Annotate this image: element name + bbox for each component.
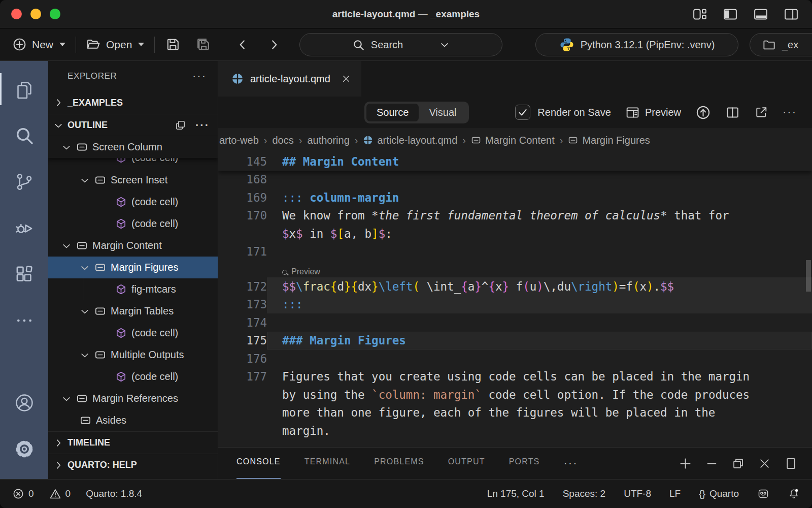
save-button[interactable]: [165, 37, 181, 52]
split-editor-button[interactable]: [725, 105, 740, 120]
code-line-173[interactable]: 173:::: [218, 296, 812, 314]
zoom-window-button[interactable]: [50, 9, 60, 19]
activity-account[interactable]: [0, 379, 48, 426]
outline-more-button[interactable]: ···: [195, 119, 210, 132]
code-line-168[interactable]: 168: [218, 171, 812, 189]
status-cursor-position[interactable]: Ln 175, Col 1: [487, 488, 545, 499]
customize-layout-icon[interactable]: [692, 7, 707, 22]
code-editor[interactable]: 145## Margin Content168169::: column-mar…: [218, 152, 812, 447]
breadcrumb-article-layout-qmd[interactable]: article-layout.qmd: [363, 135, 457, 146]
code-line-wrap[interactable]: more than one figure, each of the figure…: [218, 404, 812, 422]
activity-more-views[interactable]: [0, 297, 48, 343]
open-button[interactable]: Open: [86, 37, 144, 52]
status-eol[interactable]: LF: [669, 488, 681, 499]
close-panel-button[interactable]: [758, 457, 771, 470]
panel-tab-terminal[interactable]: TERMINAL: [304, 448, 351, 479]
outline-item--code-cell-[interactable]: (code cell): [48, 322, 218, 344]
code-line-169[interactable]: 169::: column-margin: [218, 188, 812, 207]
toggle-panel-icon[interactable]: [753, 7, 768, 22]
outline-item-margin-figures[interactable]: Margin Figures: [48, 257, 218, 278]
editor-more-button[interactable]: ···: [783, 106, 797, 119]
toggle-primary-sidebar-icon[interactable]: [723, 7, 738, 22]
outline-item-margin-references[interactable]: Margin References: [48, 388, 218, 409]
code-line-175[interactable]: 175### Margin Figures: [218, 332, 812, 350]
close-tab-icon[interactable]: [341, 74, 351, 84]
outline-item--code-cell-[interactable]: (code cell): [48, 191, 218, 213]
panel-tab-problems[interactable]: PROBLEMS: [374, 448, 424, 479]
activity-settings[interactable]: [0, 426, 48, 472]
global-search-box[interactable]: Search: [299, 33, 502, 56]
code-line-177[interactable]: 177Figures that you create using code ce…: [218, 368, 812, 386]
toggle-secondary-sidebar-icon[interactable]: [784, 7, 799, 22]
tab-article-layout[interactable]: article-layout.qmd: [218, 61, 361, 97]
outline-item--code-cell-[interactable]: (code cell): [48, 213, 218, 235]
status-quarto-version[interactable]: Quarto: 1.8.4: [86, 488, 142, 499]
code-line-171[interactable]: 171: [218, 243, 812, 261]
status-feedback[interactable]: [757, 488, 769, 500]
panel-tab-console[interactable]: CONSOLE: [236, 448, 281, 479]
source-mode-button[interactable]: Source: [366, 104, 419, 121]
section-timeline[interactable]: TIMELINE: [48, 431, 218, 454]
breadcrumb-margin-figures[interactable]: Margin Figures: [568, 135, 650, 146]
section-outline[interactable]: OUTLINE ···: [48, 114, 218, 136]
code-line-174[interactable]: 174: [218, 313, 812, 332]
codelens-row[interactable]: Preview: [218, 261, 812, 277]
code-line-wrap[interactable]: $x$ in $[a, b]$:: [218, 225, 812, 243]
visual-mode-button[interactable]: Visual: [419, 104, 466, 121]
preview-button[interactable]: Preview: [625, 105, 681, 120]
maximize-panel-button[interactable]: [731, 457, 745, 470]
breadcrumb-arto-web[interactable]: arto-web: [219, 135, 259, 146]
activity-source-control[interactable]: [0, 158, 48, 205]
status-problems-errors[interactable]: 0: [12, 488, 34, 500]
status-encoding[interactable]: UTF-8: [624, 488, 651, 499]
close-window-button[interactable]: [11, 9, 22, 19]
outline-item-margin-tables[interactable]: Margin Tables: [48, 300, 218, 322]
outline-item-multiple-outputs[interactable]: Multiple Outputs: [48, 344, 218, 366]
outline-item-margin-content[interactable]: Margin Content: [48, 235, 218, 257]
minimize-panel-button[interactable]: [705, 457, 719, 470]
workspace-selector[interactable]: _ex: [750, 33, 812, 56]
navigate-forward-button[interactable]: [267, 38, 281, 51]
outline-item-screen-column[interactable]: Screen Column: [48, 136, 218, 158]
section-examples[interactable]: _EXAMPLES: [48, 91, 218, 114]
preview-codelens[interactable]: Preview: [267, 261, 812, 277]
panel-tab-output[interactable]: OUTPUT: [448, 448, 485, 479]
interpreter-selector[interactable]: Python 3.12.1 (PipEnv: .venv): [535, 33, 738, 56]
save-all-button[interactable]: [195, 36, 212, 53]
collapse-all-icon[interactable]: [175, 119, 186, 131]
outline-item-fig-mtcars[interactable]: fig-mtcars: [48, 278, 218, 300]
code-line-170[interactable]: 170We know from *the first fundamental t…: [218, 207, 812, 225]
panel-more-button[interactable]: ···: [563, 457, 578, 470]
outline-item--code-cell-[interactable]: (code cell): [48, 158, 218, 169]
publish-button[interactable]: [695, 105, 711, 120]
new-button[interactable]: New: [12, 37, 65, 52]
status-notifications[interactable]: [788, 488, 800, 500]
outline-item-screen-inset[interactable]: Screen Inset: [48, 169, 218, 191]
open-in-new-window-button[interactable]: [754, 105, 768, 119]
outline-item-asides[interactable]: Asides: [48, 409, 218, 431]
panel-tab-ports[interactable]: PORTS: [509, 448, 540, 479]
activity-explorer[interactable]: [0, 66, 48, 112]
editor-scrollbar[interactable]: [806, 260, 811, 292]
render-on-save-checkbox[interactable]: Render on Save: [515, 105, 611, 120]
activity-run-and-debug[interactable]: [0, 205, 48, 251]
add-console-button[interactable]: [679, 457, 692, 470]
code-line-172[interactable]: 172$$\frac{d}{dx}\left( \int_{a}^{x} f(u…: [218, 277, 812, 296]
activity-search[interactable]: [0, 112, 48, 158]
status-problems-warnings[interactable]: 0: [49, 488, 71, 500]
section-quarto-help[interactable]: QUARTO: HELP: [48, 454, 218, 476]
status-language-mode[interactable]: {}Quarto: [699, 488, 739, 499]
panel-layout-button[interactable]: [784, 457, 798, 470]
breadcrumb-margin-content[interactable]: Margin Content: [471, 135, 555, 146]
status-indentation[interactable]: Spaces: 2: [563, 488, 606, 499]
outline-item--code-cell-[interactable]: (code cell): [48, 366, 218, 388]
breadcrumb-authoring[interactable]: authoring: [307, 135, 349, 146]
code-line-wrap[interactable]: by using the `column: margin` code cell …: [218, 386, 812, 404]
code-line-145[interactable]: 145## Margin Content: [218, 152, 812, 171]
minimize-window-button[interactable]: [30, 9, 41, 19]
code-line-176[interactable]: 176: [218, 350, 812, 368]
navigate-back-button[interactable]: [236, 38, 249, 51]
code-line-wrap[interactable]: margin.: [218, 422, 812, 440]
breadcrumb-docs[interactable]: docs: [272, 135, 293, 146]
activity-extensions[interactable]: [0, 251, 48, 297]
